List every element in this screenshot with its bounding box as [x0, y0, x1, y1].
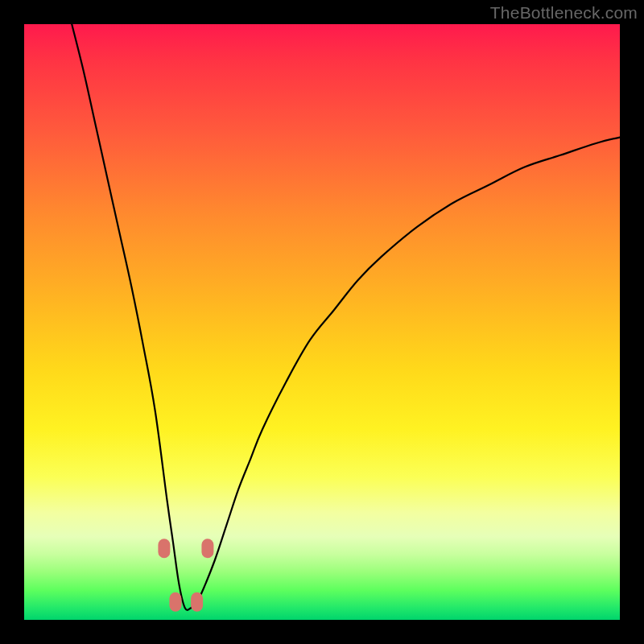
plot-area — [24, 24, 620, 620]
trough-marker — [158, 539, 170, 558]
trough-markers — [158, 539, 213, 612]
chart-frame: TheBottleneck.com — [0, 0, 644, 644]
trough-marker — [201, 539, 213, 558]
curve-layer — [24, 24, 620, 620]
trough-marker — [191, 592, 203, 612]
trough-marker — [169, 592, 181, 612]
watermark-text: TheBottleneck.com — [490, 3, 638, 23]
bottleneck-curve — [72, 24, 620, 610]
